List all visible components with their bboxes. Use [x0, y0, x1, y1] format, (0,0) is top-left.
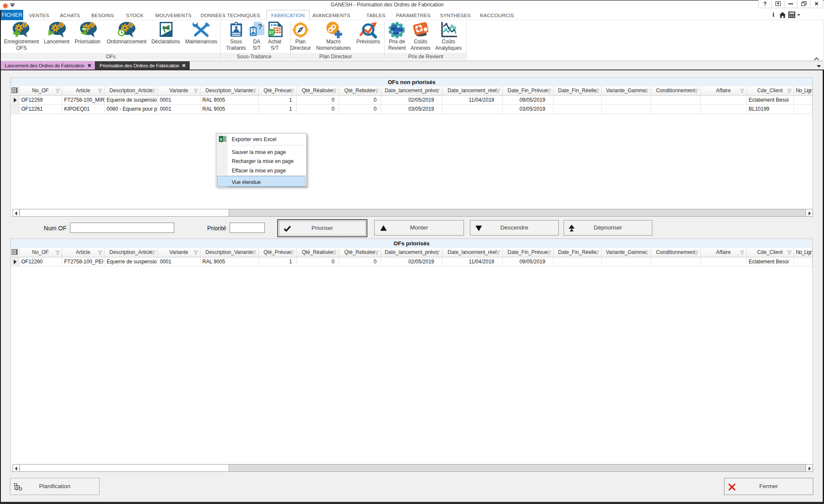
svg-text:?: ? — [258, 23, 262, 31]
svg-text:X: X — [220, 137, 222, 142]
svg-text:ST: ST — [269, 30, 274, 35]
